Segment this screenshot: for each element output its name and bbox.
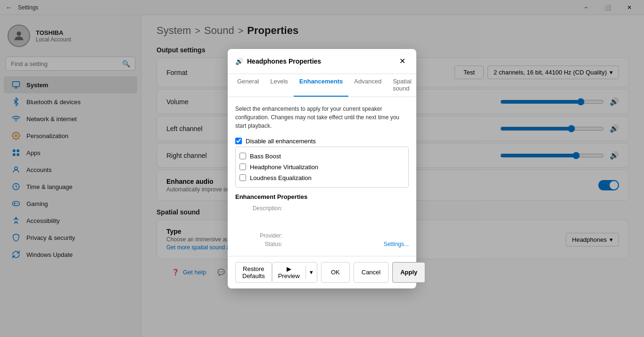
dialog-body: Select the enhancements to apply for you… [228,97,416,256]
dialog-title-area: 🔊 Headphones Properties [235,58,321,65]
provider-row: Provider: [235,231,409,240]
restore-defaults-button[interactable]: Restore Defaults [235,262,272,283]
status-row: Status: Settings... [235,240,409,248]
bass-boost-label: Bass Boost [250,153,281,160]
preview-dropdown-button[interactable]: ▾ [305,266,317,279]
headphone-virt-label: Headphone Virtualization [250,164,318,171]
tab-spatial-sound[interactable]: Spatial sound [387,74,417,97]
disable-all-label: Disable all enhancements [246,138,316,145]
dialog-tabs: General Levels Enhancements Advanced Spa… [228,74,416,97]
tab-levels[interactable]: Levels [264,74,294,97]
settings-link[interactable]: Settings... [288,241,409,247]
tab-enhancements[interactable]: Enhancements [294,74,348,97]
loudness-eq-row[interactable]: Loudness Equalization [239,173,405,183]
loudness-eq-checkbox[interactable] [239,174,246,181]
preview-button[interactable]: ▶ Preview [272,263,305,282]
ok-button[interactable]: OK [321,262,350,283]
dialog-description: Select the enhancements to apply for you… [235,105,409,130]
apply-button[interactable]: Apply [392,262,425,283]
loudness-eq-label: Loudness Equalization [250,174,312,181]
headphones-dialog-icon: 🔊 [235,58,243,65]
headphones-dialog: 🔊 Headphones Properties ✕ General Levels… [228,49,416,288]
enhancement-props-title: Enhancement Properties [235,193,409,200]
description-row: Description: [235,204,409,213]
enhancement-properties: Enhancement Properties Description: Prov… [235,193,409,248]
headphone-virt-row[interactable]: Headphone Virtualization [239,162,405,173]
dialog-overlay: 🔊 Headphones Properties ✕ General Levels… [0,0,644,337]
preview-button-group: ▶ Preview ▾ [272,262,317,283]
enhancement-list: Bass Boost Headphone Virtualization Loud… [235,147,409,188]
dialog-footer: Restore Defaults ▶ Preview ▾ OK Cancel A… [228,256,416,288]
headphone-virt-checkbox[interactable] [239,164,246,170]
bass-boost-row[interactable]: Bass Boost [239,151,405,162]
dialog-title: Headphones Properties [247,58,321,65]
tab-advanced[interactable]: Advanced [348,74,387,97]
dialog-close-button[interactable]: ✕ [396,55,409,68]
provider-label: Provider: [235,232,282,239]
dialog-actions: ▶ Preview ▾ OK Cancel Apply [272,262,426,283]
disable-all-checkbox[interactable] [235,138,242,144]
dialog-header: 🔊 Headphones Properties ✕ [228,49,416,74]
cancel-button[interactable]: Cancel [354,262,388,283]
tab-general[interactable]: General [231,74,264,97]
bass-boost-checkbox[interactable] [239,153,246,159]
description-label: Description: [235,205,282,212]
status-label: Status: [235,241,282,247]
disable-all-checkbox-row[interactable]: Disable all enhancements [235,136,409,147]
